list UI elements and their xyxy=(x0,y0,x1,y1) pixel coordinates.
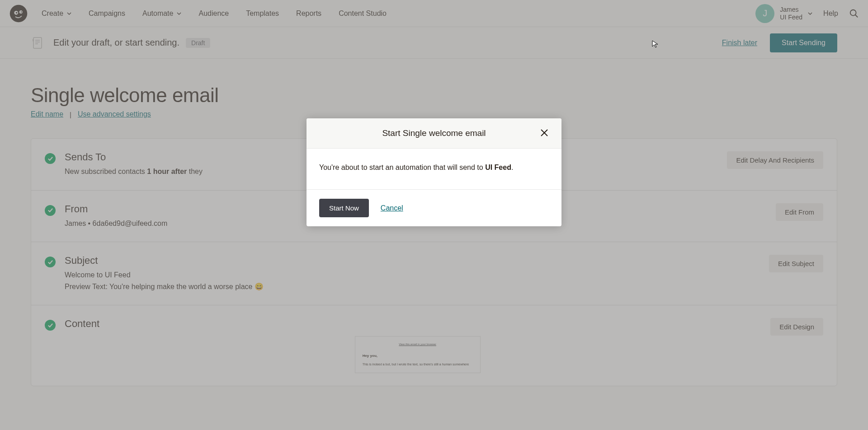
cancel-link[interactable]: Cancel xyxy=(381,204,403,212)
close-icon xyxy=(540,128,549,137)
close-button[interactable] xyxy=(540,128,549,139)
modal-text: . xyxy=(511,164,513,171)
start-now-button[interactable]: Start Now xyxy=(319,199,369,217)
modal-audience-name: UI Feed xyxy=(485,164,511,171)
modal-title: Start Single welcome email xyxy=(319,128,549,138)
modal-header: Start Single welcome email xyxy=(307,118,561,149)
modal-body: You're about to start an automation that… xyxy=(307,149,561,189)
modal-footer: Start Now Cancel xyxy=(307,189,561,226)
start-automation-modal: Start Single welcome email You're about … xyxy=(307,118,561,226)
modal-overlay[interactable]: Start Single welcome email You're about … xyxy=(0,0,868,411)
modal-text: You're about to start an automation that… xyxy=(319,164,485,171)
